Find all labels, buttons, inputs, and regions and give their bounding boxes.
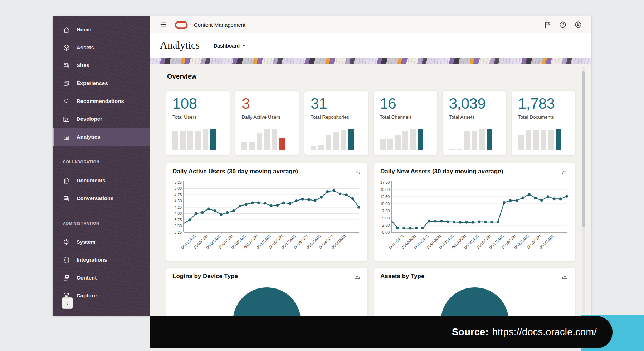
pie-chart [233, 287, 301, 316]
svg-text:12.50: 12.50 [380, 194, 390, 199]
svg-text:4.25: 4.25 [175, 205, 182, 209]
sidebar-item-integrations[interactable]: Integrations [53, 251, 150, 269]
logins-by-device-type-card: Logins by Device Type [166, 267, 368, 316]
scrollbar-thumb[interactable] [582, 71, 585, 227]
download-icon[interactable] [561, 168, 569, 176]
dashboard-dropdown-label: Dashboard [214, 43, 240, 49]
stat-card-total-assets: 3,039 Total Assets [443, 90, 507, 155]
user-avatar-icon[interactable] [574, 21, 582, 29]
stat-label: Total Documents [518, 114, 554, 120]
help-icon[interactable] [559, 21, 567, 29]
hamburger-menu-icon[interactable] [160, 21, 167, 28]
sidebar-item-content[interactable]: Content [53, 269, 150, 287]
svg-text:5.00: 5.00 [175, 186, 182, 191]
svg-text:5.25: 5.25 [175, 180, 182, 184]
administration-nav: System Integrations Content Capture [53, 233, 150, 305]
download-icon[interactable] [353, 168, 361, 176]
sidebar-item-home[interactable]: Home [53, 21, 150, 39]
analytics-content: Overview 108 Total Users 3 Daily Active … [166, 64, 576, 316]
svg-text:3.75: 3.75 [175, 218, 182, 222]
stat-card-total-users: 108 Total Users [166, 90, 230, 155]
home-icon [63, 26, 70, 34]
svg-text:3.50: 3.50 [175, 224, 182, 228]
stat-label: Total Channels [380, 114, 412, 120]
assets-by-type-card: Assets by Type [374, 267, 576, 316]
developer-icon [63, 115, 70, 123]
chart-title: Logins by Device Type [172, 273, 238, 280]
sidebar-item-label: Sites [77, 63, 89, 68]
main-area: Content Management Analytics Dashboard O… [150, 16, 591, 316]
page-title: Analytics [160, 39, 200, 51]
mini-bar-chart [518, 129, 561, 150]
app-window: Home Assets Sites Experiences Recommenda… [53, 16, 591, 316]
sidebar-item-experiences[interactable]: Experiences [53, 74, 150, 92]
sites-icon [63, 62, 70, 69]
stat-label: Total Assets [449, 114, 475, 120]
sidebar-item-label: Analytics [77, 134, 100, 140]
sidebar-item-recommendations[interactable]: Recommendations [53, 92, 150, 110]
line-charts-row: Daily Active Users (30 day moving averag… [166, 163, 576, 262]
oracle-logo[interactable] [175, 21, 188, 29]
sidebar-item-label: Recommendations [77, 98, 124, 104]
pie-chart [441, 287, 509, 316]
screen: Home Assets Sites Experiences Recommenda… [0, 0, 644, 351]
stacked-pages-icon [63, 274, 70, 282]
sidebar-item-label: Capture [77, 293, 97, 298]
puzzle-icon [63, 256, 70, 264]
svg-text:4.50: 4.50 [175, 199, 182, 203]
stats-row: 108 Total Users 3 Daily Active Users 31 … [166, 90, 576, 155]
sidebar-item-conversations[interactable]: Conversations [53, 189, 150, 207]
stat-label: Total Repositories [311, 114, 349, 120]
svg-text:4.75: 4.75 [175, 193, 182, 197]
sidebar-item-system[interactable]: System [53, 233, 150, 251]
sidebar-item-sites[interactable]: Sites [53, 56, 150, 74]
svg-text:0.00: 0.00 [382, 230, 390, 234]
mini-bar-chart [311, 129, 354, 150]
overview-heading: Overview [167, 73, 196, 80]
sidebar-item-developer[interactable]: Developer [53, 110, 150, 128]
sidebar-item-documents[interactable]: Documents [53, 172, 150, 189]
mini-bar-chart [449, 129, 492, 150]
svg-text:2.50: 2.50 [382, 223, 390, 227]
sidebar-item-label: Experiences [77, 80, 108, 86]
primary-nav: Home Assets Sites Experiences Recommenda… [53, 21, 150, 146]
daily-active-users-line-chart: 3.253.503.754.004.254.504.755.005.2506/0… [169, 179, 362, 257]
svg-text:4.00: 4.00 [175, 211, 182, 216]
mini-bar-chart [172, 129, 216, 150]
chevron-left-icon [64, 300, 70, 306]
download-icon[interactable] [561, 273, 569, 281]
gear-icon [63, 238, 70, 246]
svg-text:17.50: 17.50 [380, 180, 390, 184]
sidebar-item-label: System [77, 239, 96, 245]
daily-new-assets-chart-card: Daily New Assets (30 day moving average)… [374, 163, 576, 262]
app-title: Content Management [194, 22, 245, 28]
stat-label: Daily Active Users [241, 114, 280, 120]
page-header: Analytics Dashboard [150, 33, 591, 58]
stat-value: 108 [172, 95, 197, 112]
sidebar-item-label: Integrations [77, 257, 107, 263]
documents-icon [63, 177, 70, 184]
svg-text:10.00: 10.00 [380, 202, 390, 206]
stat-value: 16 [380, 95, 396, 112]
recommendations-icon [63, 98, 70, 105]
mini-bar-chart [241, 129, 285, 150]
collaboration-nav: Documents Conversations [53, 172, 150, 207]
announcements-flag-icon[interactable] [543, 21, 551, 29]
svg-text:5.00: 5.00 [382, 216, 390, 220]
source-url: https://docs.oracle.com/ [492, 327, 597, 338]
sidebar-collapse-button[interactable] [62, 297, 73, 309]
download-icon[interactable] [353, 273, 361, 281]
stat-value: 31 [311, 95, 327, 112]
chart-title: Daily Active Users (30 day moving averag… [172, 168, 298, 175]
dashboard-dropdown[interactable]: Dashboard [214, 43, 245, 49]
daily-active-users-chart-card: Daily Active Users (30 day moving averag… [166, 163, 368, 262]
stat-label: Total Users [172, 114, 197, 120]
sidebar-item-assets[interactable]: Assets [53, 39, 150, 56]
sidebar-item-label: Assets [77, 45, 94, 50]
sidebar-item-analytics[interactable]: Analytics [53, 128, 150, 146]
stat-card-total-repositories: 31 Total Repositories [304, 90, 368, 155]
topbar: Content Management [150, 16, 591, 33]
stat-value: 3,039 [449, 95, 486, 112]
source-attribution-bar: Source: https://docs.oracle.com/ [150, 316, 613, 348]
sidebar-item-label: Home [77, 27, 91, 33]
